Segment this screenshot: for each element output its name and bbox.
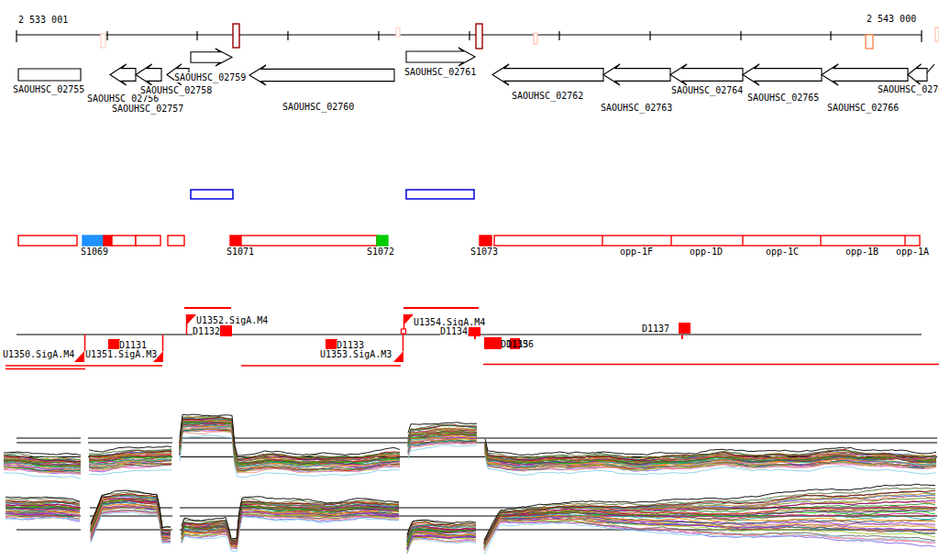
blue-region-box[interactable] [406, 190, 474, 199]
gene-hook [927, 64, 934, 73]
gene-SAOUHSC_02755[interactable] [18, 69, 81, 81]
gene-SAOUHSC_02761[interactable] [406, 48, 475, 66]
ruler-heat-mark [534, 33, 537, 44]
tss-cluster-box[interactable] [510, 338, 520, 349]
gene-SAOUHSC_0276[interactable] [908, 64, 927, 85]
tss-flag-U1352.SigA.M4[interactable] [186, 314, 196, 325]
ruler-heat-mark [476, 24, 482, 49]
ruler-heat-mark [396, 27, 400, 37]
genome-browser-view: 2 533 001 2 543 000 SAOUHSC_02755SAOUHSC… [0, 0, 939, 560]
segment-box[interactable] [230, 236, 241, 246]
segment-box[interactable] [241, 236, 377, 246]
ruler-heat-mark [101, 34, 105, 48]
ruler-heat-mark [935, 27, 939, 41]
gene-SAOUHSC_02762[interactable] [492, 64, 603, 85]
tss-cluster-box[interactable] [484, 337, 502, 349]
segment-box[interactable] [83, 236, 104, 246]
genome-canvas [0, 0, 939, 560]
gene-SAOUHSC_02758[interactable] [167, 64, 189, 85]
segment-box[interactable] [494, 236, 920, 246]
ruler-track [17, 24, 939, 49]
tss-square-D1132[interactable] [220, 325, 232, 336]
segment-track [18, 236, 920, 246]
ruler-heat-mark [866, 35, 873, 49]
gene-SAOUHSC_02764[interactable] [670, 64, 743, 85]
tss-flag-U1350.SigA.M4[interactable] [74, 351, 84, 362]
segment-box[interactable] [136, 236, 160, 246]
tss-track [6, 308, 939, 369]
tss-flag-U1351.SigA.M3[interactable] [153, 351, 163, 362]
tss-flag-U1354.SigA.M4[interactable] [403, 314, 414, 325]
ruler-heat-mark [233, 24, 239, 48]
segment-box[interactable] [480, 236, 492, 246]
tss-base-square [402, 329, 406, 334]
gene-track [18, 48, 934, 85]
segment-box[interactable] [104, 236, 112, 246]
segment-box[interactable] [112, 236, 136, 246]
gene-SAOUHSC_02757[interactable] [136, 64, 161, 85]
tss-square-D1133[interactable] [326, 339, 337, 350]
gene-SAOUHSC_02766[interactable] [822, 64, 908, 85]
gene-SAOUHSC_02760[interactable] [249, 65, 394, 85]
tss-square-D1137[interactable] [679, 323, 690, 334]
blue-box-track [191, 190, 474, 199]
gene-SAOUHSC_02765[interactable] [743, 64, 822, 85]
gene-SAOUHSC_02763[interactable] [603, 64, 670, 85]
profile-track [4, 414, 937, 555]
tss-flag-U1353.SigA.M3[interactable] [393, 351, 403, 362]
segment-box[interactable] [18, 236, 77, 246]
tss-square-D1131[interactable] [108, 339, 120, 350]
gene-SAOUHSC_02759[interactable] [191, 49, 232, 66]
segment-box[interactable] [168, 236, 184, 246]
blue-region-box[interactable] [191, 190, 233, 199]
segment-box[interactable] [377, 236, 388, 246]
gene-SAOUHSC_02756[interactable] [110, 64, 136, 85]
